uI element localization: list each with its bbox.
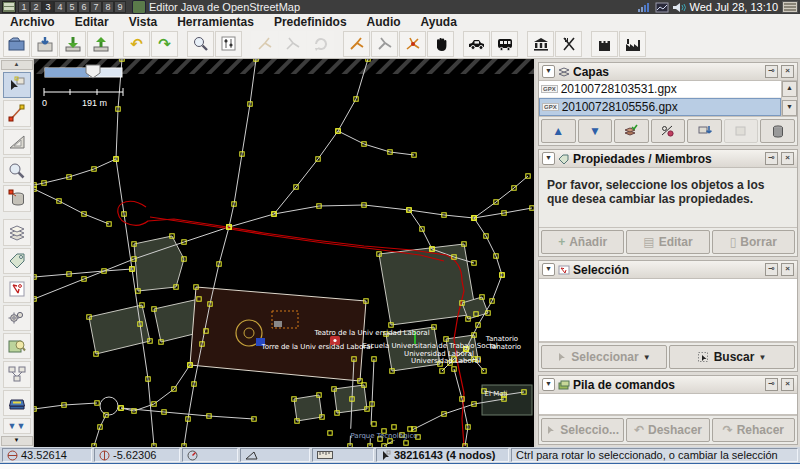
- selection-panel-header[interactable]: ▼ Selección ⊸ ×: [539, 261, 797, 279]
- pin-icon[interactable]: ⊸: [765, 378, 778, 391]
- merge-nodes-button[interactable]: [371, 31, 398, 57]
- save-button[interactable]: [31, 31, 58, 57]
- workspace-1[interactable]: 1: [18, 1, 30, 13]
- tool-measure[interactable]: [3, 129, 31, 155]
- search-button[interactable]: Buscar▼: [669, 345, 795, 369]
- toggle-selection-panel[interactable]: [3, 333, 31, 359]
- undo-button[interactable]: ↶: [123, 31, 150, 57]
- workspace-2[interactable]: 2: [30, 1, 42, 13]
- close-icon[interactable]: ×: [781, 378, 794, 391]
- commandstack-list[interactable]: [539, 394, 797, 415]
- scale-distance-label: 191 m: [82, 98, 107, 108]
- sidebar-collapse-bottom[interactable]: ▼: [1, 436, 33, 446]
- combine-way-disabled-button: [279, 31, 306, 57]
- preset-castle-button[interactable]: [591, 31, 618, 57]
- menu-editar[interactable]: Editar: [65, 14, 119, 30]
- scroll-up-icon[interactable]: ▲: [782, 81, 797, 97]
- menu-ayuda[interactable]: Ayuda: [411, 14, 467, 30]
- move-layer-down-button[interactable]: ▼: [578, 119, 613, 143]
- layer-row-selected[interactable]: GPX 20100728105556.gpx: [539, 98, 781, 116]
- longitude-field: -5.62306: [94, 448, 180, 462]
- collapse-icon[interactable]: ▼: [542, 378, 555, 391]
- latitude-field: 43.52614: [2, 448, 92, 462]
- workspace-7[interactable]: 7: [90, 1, 102, 13]
- split-way-button[interactable]: [343, 31, 370, 57]
- menu-herramientas[interactable]: Herramientas: [167, 14, 264, 30]
- zoom-selection-button[interactable]: [187, 31, 214, 57]
- layer-row[interactable]: GPX 20100728103531.gpx: [539, 81, 781, 98]
- clock[interactable]: Wed Jul 28, 13:10: [690, 1, 778, 13]
- workspace-6[interactable]: 6: [78, 1, 90, 13]
- volume-icon[interactable]: [673, 2, 686, 13]
- menu-archivo[interactable]: Archivo: [0, 14, 65, 30]
- screen: 1 2 3 4 5 6 7 8 9 Editor Java de OpenStr…: [0, 0, 800, 469]
- workspace-8[interactable]: 8: [102, 1, 114, 13]
- window-title[interactable]: Editor Java de OpenStreetMap: [149, 1, 300, 13]
- workspace-5[interactable]: 5: [66, 1, 78, 13]
- preset-restaurant-button[interactable]: [555, 31, 582, 57]
- tool-draw-node[interactable]: [3, 100, 31, 126]
- redo-button[interactable]: ↷: [151, 31, 178, 57]
- download-button[interactable]: [59, 31, 86, 57]
- network-monitor-icon[interactable]: [656, 2, 669, 13]
- move-layer-up-button[interactable]: ▲: [541, 119, 576, 143]
- stop-hand-button[interactable]: [427, 31, 454, 57]
- latitude-value: 43.52614: [21, 449, 67, 461]
- preset-bank-button[interactable]: [527, 31, 554, 57]
- upload-button[interactable]: [87, 31, 114, 57]
- selection-list[interactable]: [539, 279, 797, 342]
- tray-applet[interactable]: [782, 1, 798, 13]
- toggle-filter-panel[interactable]: [3, 305, 31, 331]
- select-arrow-icon: [8, 76, 26, 94]
- preset-factory-button[interactable]: [619, 31, 646, 57]
- layers-panel-header[interactable]: ▼ Capas ⊸ ×: [539, 63, 797, 81]
- workspace-4[interactable]: 4: [54, 1, 66, 13]
- layer-opacity-button[interactable]: [651, 119, 686, 143]
- pin-icon[interactable]: ⊸: [765, 263, 778, 276]
- collapse-icon[interactable]: ▼: [542, 152, 555, 165]
- tool-delete[interactable]: [3, 185, 31, 211]
- upload-icon: [92, 36, 110, 52]
- show-hide-layer-button[interactable]: [614, 119, 649, 143]
- preset-bus-button[interactable]: [491, 31, 518, 57]
- collapse-icon[interactable]: ▼: [542, 263, 555, 276]
- sidebar-collapse-top[interactable]: ▲: [1, 60, 33, 70]
- tool-select[interactable]: [3, 72, 31, 98]
- hand-icon: [434, 37, 448, 52]
- menu-vista[interactable]: Vista: [119, 14, 167, 30]
- system-bar: 1 2 3 4 5 6 7 8 9 Editor Java de OpenStr…: [0, 0, 800, 14]
- toggle-layers-panel[interactable]: [3, 219, 31, 245]
- tool-zoom[interactable]: [3, 157, 31, 183]
- preset-car-button[interactable]: [463, 31, 490, 57]
- heading-field: [182, 448, 238, 462]
- close-icon[interactable]: ×: [781, 263, 794, 276]
- menu-audio[interactable]: Audio: [357, 14, 411, 30]
- delete-layer-button[interactable]: [760, 119, 795, 143]
- signal-icon[interactable]: [638, 2, 652, 12]
- more-tools-button[interactable]: ▼▼: [3, 418, 31, 434]
- toggle-relations-panel[interactable]: [3, 361, 31, 387]
- close-icon[interactable]: ×: [781, 65, 794, 78]
- collapse-icon[interactable]: ▼: [542, 65, 555, 78]
- workspace-9[interactable]: 9: [114, 1, 126, 13]
- redo-gray-icon: ↷: [723, 424, 733, 436]
- workspace-3[interactable]: 3: [42, 1, 54, 13]
- unglue-ways-button[interactable]: [399, 31, 426, 57]
- open-button[interactable]: [3, 31, 30, 57]
- pin-icon[interactable]: ⊸: [765, 65, 778, 78]
- commandstack-panel-header[interactable]: ▼ Pila de comandos ⊸ ×: [539, 376, 797, 394]
- scroll-down-icon[interactable]: ▼: [782, 100, 797, 116]
- layers-scrollbar[interactable]: ▲ ▼: [781, 81, 797, 116]
- window-list-icon[interactable]: [2, 1, 16, 13]
- menu-predefinidos[interactable]: Predefinidos: [264, 14, 357, 30]
- pin-icon[interactable]: ⊸: [765, 152, 778, 165]
- toggle-conflicts-panel[interactable]: [3, 276, 31, 302]
- preferences-button[interactable]: [215, 31, 242, 57]
- merge-layer-button[interactable]: [687, 119, 722, 143]
- properties-panel-header[interactable]: ▼ Propiedades / Miembros ⊸ ×: [539, 150, 797, 168]
- commandstack-panel: ▼ Pila de comandos ⊸ × Seleccio... ↶Desh…: [538, 375, 798, 445]
- toggle-tags-panel[interactable]: [3, 248, 31, 274]
- map-canvas[interactable]: Teatro de la Univ ersidad LaboralTorre d…: [34, 59, 534, 447]
- close-icon[interactable]: ×: [781, 152, 794, 165]
- toggle-commandstack-panel[interactable]: [3, 390, 31, 416]
